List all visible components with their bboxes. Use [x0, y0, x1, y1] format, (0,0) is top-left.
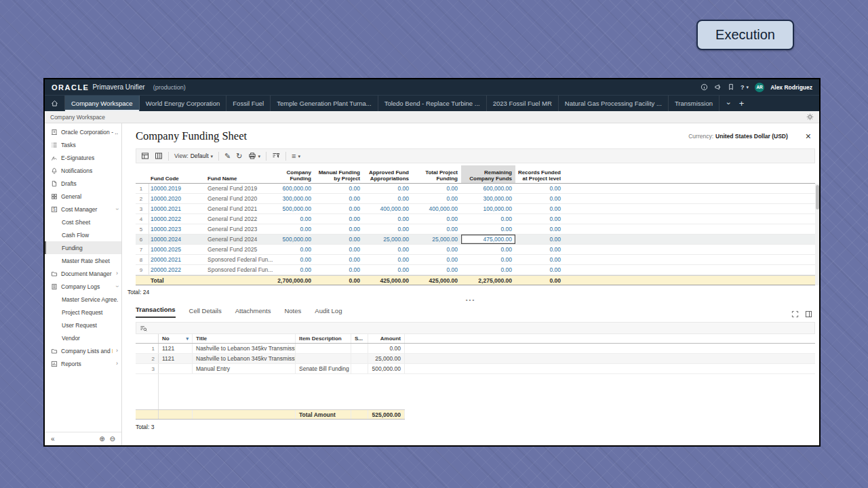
value-cell-records-funded-at-project-level[interactable]: 0.00 [515, 255, 564, 264]
sidebar-item-reports[interactable]: Reports› [45, 357, 121, 370]
column-header-manual-funding-by-project[interactable]: Manual Funding by Project [315, 165, 363, 183]
sheet-view-icon[interactable] [141, 152, 149, 160]
column-header-amount[interactable]: Amount [368, 334, 405, 343]
amount-cell[interactable]: 0.00 [368, 344, 405, 353]
value-cell-manual-funding-by-project[interactable]: 0.00 [315, 194, 363, 203]
column-header-company-funding[interactable]: Company Funding [273, 165, 315, 183]
value-cell-company-funding[interactable]: 0.00 [273, 214, 315, 224]
value-cell-remaining-company-funds[interactable]: 100,000.00 [461, 204, 515, 214]
column-header-item-description[interactable]: Item Description [296, 334, 351, 343]
value-cell-records-funded-at-project-level[interactable]: 0.00 [515, 224, 564, 234]
value-cell-remaining-company-funds[interactable]: 0.00 [461, 255, 515, 264]
fund-name-cell[interactable]: General Fund 2021 [206, 204, 273, 214]
value-cell-records-funded-at-project-level[interactable]: 0.00 [515, 204, 564, 214]
scrollbar-thumb[interactable] [816, 185, 819, 209]
tab-temple-generation-plant-turna[interactable]: Temple Generation Plant Turna... [271, 96, 378, 111]
value-cell-manual-funding-by-project[interactable]: 0.00 [315, 255, 363, 264]
value-cell-approved-fund-appropriations[interactable]: 0.00 [363, 255, 412, 264]
value-cell-total-project-funding[interactable]: 0.00 [412, 255, 461, 264]
add-tab-button[interactable]: + [739, 99, 745, 108]
value-cell-approved-fund-appropriations[interactable]: 0.00 [363, 184, 412, 193]
value-cell-approved-fund-appropriations[interactable]: 400,000.00 [363, 204, 412, 214]
filter-rows-icon[interactable] [272, 152, 280, 160]
value-cell-approved-fund-appropriations[interactable]: 0.00 [363, 265, 412, 274]
print-icon[interactable]: ▾ [248, 152, 261, 160]
column-header-title[interactable]: Title [193, 334, 296, 343]
column-header-fund-code[interactable]: Fund Code [149, 165, 206, 183]
menu-icon[interactable]: ≡▾ [292, 152, 300, 160]
value-cell-remaining-company-funds[interactable]: 0.00 [461, 214, 515, 224]
tab-transmission[interactable]: Transmission [669, 96, 719, 111]
fund-code-cell[interactable]: 10000.2024 [149, 235, 206, 244]
tab-2023-fossil-fuel-mr[interactable]: 2023 Fossil Fuel MR [487, 96, 559, 111]
value-cell-total-project-funding[interactable]: 0.00 [412, 214, 461, 224]
value-cell-remaining-company-funds[interactable]: 0.00 [461, 245, 515, 254]
fund-name-cell[interactable]: General Fund 2024 [206, 235, 273, 244]
value-cell-manual-funding-by-project[interactable]: 0.00 [315, 235, 363, 244]
user-name[interactable]: Alex Rodriguez [770, 84, 812, 91]
tab-audit-log[interactable]: Audit Log [315, 307, 342, 318]
sidebar-item-e-signatures[interactable]: E-Signatures [45, 151, 121, 164]
edit-pencil-icon[interactable]: ✎ [224, 152, 231, 160]
fund-name-cell[interactable]: General Fund 2022 [206, 214, 273, 224]
tab-company-workspace[interactable]: Company Workspace [65, 96, 140, 111]
value-cell-approved-fund-appropriations[interactable]: 0.00 [363, 214, 412, 224]
tab-transactions[interactable]: Transactions [136, 306, 176, 318]
sidebar-item-cost-sheet[interactable]: Cost Sheet [45, 216, 121, 228]
value-cell-company-funding[interactable]: 0.00 [273, 255, 315, 264]
refresh-icon[interactable]: ↻ [236, 152, 242, 160]
zoom-out-icon[interactable]: ⊖ [110, 435, 115, 443]
breadcrumb-label[interactable]: Company Workspace [50, 114, 105, 121]
tab-overflow-chevron-icon[interactable]: › [725, 102, 732, 105]
sidebar-item-master-rate-sheet[interactable]: Master Rate Sheet [45, 254, 121, 267]
status-cell[interactable] [351, 354, 368, 363]
avatar[interactable]: AR [755, 83, 764, 92]
value-cell-total-project-funding[interactable]: 0.00 [412, 224, 461, 234]
value-cell-manual-funding-by-project[interactable]: 0.00 [315, 265, 363, 274]
fund-code-cell[interactable]: 10000.2019 [149, 184, 206, 193]
value-cell-records-funded-at-project-level[interactable]: 0.00 [515, 245, 564, 254]
tab-toledo-bend-replace-turbine[interactable]: Toledo Bend - Replace Turbine ... [378, 96, 487, 111]
sidebar-item-project-request[interactable]: Project Request [45, 306, 121, 319]
gear-icon[interactable] [806, 113, 814, 121]
value-cell-records-funded-at-project-level[interactable]: 0.00 [515, 265, 564, 274]
sidebar-item-company-logs[interactable]: Company Logs› [45, 280, 121, 293]
value-cell-records-funded-at-project-level[interactable]: 0.00 [515, 235, 564, 244]
title-cell[interactable]: Nashville to Lebanon 345kv Transmissio..… [193, 354, 296, 363]
value-cell-total-project-funding[interactable]: 400,000.00 [412, 204, 461, 214]
value-cell-company-funding[interactable]: 0.00 [273, 245, 315, 254]
column-header-approved-fund-appropriations[interactable]: Approved Fund Appropriations [363, 165, 412, 183]
sidebar-item-master-service-agree[interactable]: Master Service Agree... [45, 293, 121, 306]
sidebar-item-general[interactable]: General [45, 190, 121, 203]
sidebar-item-notifications[interactable]: Notifications [45, 164, 121, 177]
tab-fossil-fuel[interactable]: Fossil Fuel [226, 96, 271, 111]
value-cell-remaining-company-funds[interactable]: 0.00 [461, 265, 515, 274]
no-cell[interactable] [159, 364, 193, 373]
fund-name-cell[interactable]: General Fund 2019 [206, 184, 273, 193]
fund-code-cell[interactable]: 20000.2022 [149, 265, 206, 274]
value-cell-company-funding[interactable]: 600,000.00 [273, 184, 315, 193]
value-cell-company-funding[interactable]: 300,000.00 [273, 194, 315, 203]
sidebar-item-tasks[interactable]: Tasks [45, 138, 121, 151]
no-cell[interactable]: 1121 [159, 344, 193, 353]
view-dropdown[interactable]: View: Default ▾ [174, 153, 213, 159]
value-cell-approved-fund-appropriations[interactable]: 0.00 [363, 245, 412, 254]
status-cell[interactable] [351, 344, 368, 353]
value-cell-total-project-funding[interactable]: 25,000.00 [412, 235, 461, 244]
value-cell-approved-fund-appropriations[interactable]: 0.00 [363, 224, 412, 234]
fund-name-cell[interactable]: General Fund 2025 [206, 245, 273, 254]
home-tab[interactable] [45, 96, 65, 111]
find-icon[interactable] [140, 325, 147, 332]
column-header-total-project-funding[interactable]: Total Project Funding [412, 165, 461, 183]
sidebar-item-cash-flow[interactable]: Cash Flow [45, 228, 121, 241]
value-cell-manual-funding-by-project[interactable]: 0.00 [315, 204, 363, 214]
fund-code-cell[interactable]: 10000.2023 [149, 224, 206, 234]
value-cell-total-project-funding[interactable]: 0.00 [412, 245, 461, 254]
value-cell-approved-fund-appropriations[interactable]: 25,000.00 [363, 235, 412, 244]
sidebar-item-user-request[interactable]: User Request [45, 319, 121, 331]
column-header-fund-name[interactable]: Fund Name [206, 165, 273, 183]
zoom-in-icon[interactable]: ⊕ [99, 435, 104, 443]
column-header-s[interactable]: S... [351, 334, 368, 343]
expand-icon[interactable] [791, 310, 799, 318]
value-cell-remaining-company-funds[interactable]: 300,000.00 [461, 194, 515, 203]
